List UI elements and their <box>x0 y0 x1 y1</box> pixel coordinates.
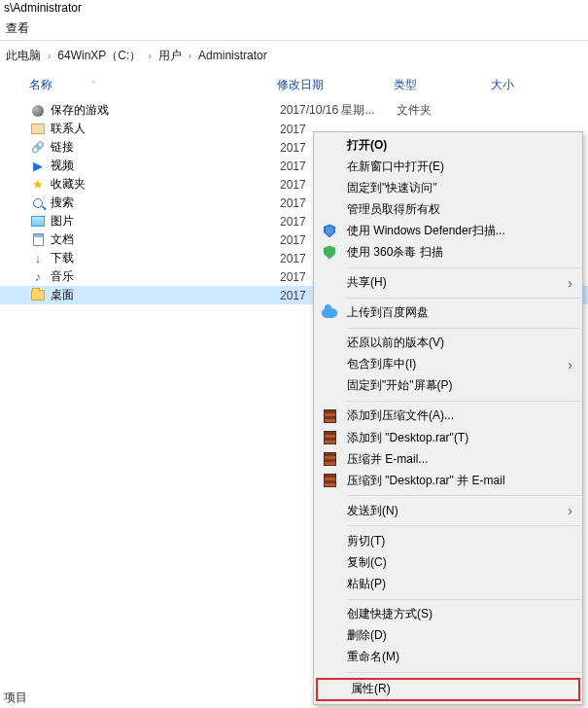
menu-item[interactable]: 在新窗口中打开(E) <box>314 156 582 177</box>
menu-item[interactable]: 添加到压缩文件(A)... <box>314 406 582 427</box>
row-label: 桌面 <box>47 287 280 303</box>
menu-item[interactable]: 属性(R) <box>316 678 580 701</box>
menu-item-label: 创建快捷方式(S) <box>347 606 432 622</box>
menu-separator <box>347 599 581 600</box>
menu-item-label: 共享(H) <box>347 274 387 291</box>
menu-item-label: 上传到百度网盘 <box>347 304 429 321</box>
menu-item-icon <box>320 429 339 446</box>
menu-item-icon <box>320 244 339 262</box>
menu-item-label: 使用 360杀毒 扫描 <box>347 244 443 261</box>
row-icon <box>29 288 47 303</box>
breadcrumb[interactable]: 此电脑 › 64WinXP（C:） › 用户 › Administrator <box>0 41 588 70</box>
col-name[interactable]: 名称 <box>29 77 52 93</box>
menu-item-label: 压缩到 "Desktop.rar" 并 E-mail <box>347 473 505 489</box>
menu-separator <box>347 267 581 268</box>
menu-item-label: 固定到"快速访问" <box>347 180 437 196</box>
menu-item[interactable]: 管理员取得所有权 <box>314 198 582 220</box>
archive-icon <box>324 431 336 444</box>
row-date: 2017/10/16 星期... <box>280 102 397 119</box>
menu-separator <box>347 495 581 496</box>
col-date[interactable]: 修改日期 <box>277 77 394 93</box>
row-icon <box>29 122 47 137</box>
menu-item-label: 删除(D) <box>347 627 387 644</box>
crumb-users[interactable]: 用户 <box>158 48 182 64</box>
menu-item[interactable]: 固定到"快速访问" <box>314 177 582 198</box>
crumb-administrator[interactable]: Administrator <box>198 49 267 62</box>
menu-item[interactable]: 压缩到 "Desktop.rar" 并 E-mail <box>314 470 582 491</box>
chevron-right-icon[interactable]: › <box>48 51 51 61</box>
menu-item-label: 还原以前的版本(V) <box>347 335 444 351</box>
row-icon: 🔗 <box>29 140 47 156</box>
row-label: 下载 <box>47 250 280 266</box>
col-type[interactable]: 类型 <box>394 77 491 93</box>
menu-item-label: 重命名(M) <box>347 649 399 665</box>
menu-item[interactable]: 打开(O) <box>314 134 582 156</box>
archive-icon <box>324 452 336 466</box>
row-label: 链接 <box>47 139 280 156</box>
file-row[interactable]: ▶⋮保存的游戏2017/10/16 星期...文件夹 <box>0 101 588 120</box>
context-menu: 打开(O)在新窗口中打开(E)固定到"快速访问"管理员取得所有权使用 Windo… <box>313 131 583 705</box>
col-size[interactable]: 大小 <box>491 77 588 93</box>
menu-item-icon <box>320 222 339 239</box>
menu-item-label: 粘贴(P) <box>347 576 386 592</box>
row-label: 联系人 <box>47 121 280 137</box>
menu-item[interactable]: 重命名(M) <box>314 647 582 668</box>
document-icon <box>33 233 44 246</box>
column-headers[interactable]: 名称 ˄ 修改日期 类型 大小 <box>0 70 588 99</box>
folder-icon <box>31 290 45 301</box>
video-icon: ▶ <box>33 159 43 173</box>
menu-item-label: 管理员取得所有权 <box>347 201 440 218</box>
menu-item[interactable]: 固定到"开始"屏幕(P) <box>314 375 582 397</box>
cloud-icon <box>322 308 337 318</box>
chevron-right-icon[interactable]: › <box>148 51 151 61</box>
menu-item[interactable]: 添加到 "Desktop.rar"(T) <box>314 427 582 448</box>
menu-item[interactable]: 复制(C) <box>314 551 582 573</box>
menu-item-icon <box>320 407 339 425</box>
menu-item[interactable]: 使用 Windows Defender扫描... <box>314 220 582 241</box>
menu-separator <box>347 525 581 526</box>
sort-asc-icon[interactable]: ˄ <box>91 80 96 89</box>
download-icon: ↓ <box>35 251 42 266</box>
menu-view[interactable]: 查看 <box>6 20 29 37</box>
menu-item-label: 压缩并 E-mail... <box>347 451 428 468</box>
menu-item[interactable]: 发送到(N) <box>314 500 582 521</box>
chevron-right-icon[interactable]: › <box>189 51 191 61</box>
link-icon: 🔗 <box>31 141 45 154</box>
menu-item[interactable]: 删除(D) <box>314 625 582 647</box>
row-icon: ★ <box>29 177 47 193</box>
menu-item-label: 使用 Windows Defender扫描... <box>347 223 505 239</box>
menu-item[interactable]: 粘贴(P) <box>314 574 582 595</box>
menu-item[interactable]: 包含到库中(I) <box>314 354 582 375</box>
menu-item[interactable]: 使用 360杀毒 扫描 <box>314 242 582 264</box>
crumb-drive[interactable]: 64WinXP（C:） <box>57 48 141 64</box>
crumb-this-pc[interactable]: 此电脑 <box>6 48 41 64</box>
menu-separator <box>347 328 581 329</box>
menu-item[interactable]: 创建快捷方式(S) <box>314 604 582 625</box>
row-icon: ↓ <box>29 251 47 266</box>
menu-item[interactable]: 上传到百度网盘 <box>314 302 582 324</box>
menu-item[interactable]: 剪切(T) <box>314 530 582 551</box>
row-icon <box>29 214 47 230</box>
menu-item-label: 打开(O) <box>347 137 387 154</box>
menu-item[interactable]: 共享(H) <box>314 272 582 294</box>
row-label: 文档 <box>47 231 280 248</box>
row-label: 收藏夹 <box>47 176 280 193</box>
search-icon <box>33 198 43 208</box>
pictures-icon <box>31 216 45 227</box>
antivirus-shield-icon <box>324 246 335 260</box>
archive-icon <box>324 409 336 423</box>
menu-item[interactable]: 还原以前的版本(V) <box>314 333 582 354</box>
row-label: 图片 <box>47 213 280 230</box>
menu-item[interactable]: 压缩并 E-mail... <box>314 448 582 470</box>
menu-separator <box>347 298 581 299</box>
menu-item-label: 剪切(T) <box>347 533 385 549</box>
menu-item-label: 固定到"开始"屏幕(P) <box>347 377 453 394</box>
menu-separator <box>347 672 581 673</box>
menu-item-label: 发送到(N) <box>347 503 398 519</box>
row-label: 音乐 <box>47 268 280 285</box>
menu-separator <box>347 401 581 402</box>
row-label: 搜索 <box>47 195 280 211</box>
defender-shield-icon <box>324 224 335 237</box>
menu-bar: 查看 <box>0 18 588 41</box>
menu-item-label: 包含到库中(I) <box>347 356 416 372</box>
